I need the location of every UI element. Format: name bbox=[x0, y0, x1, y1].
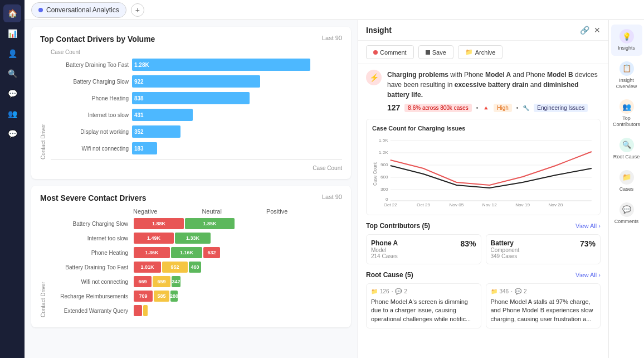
svg-text:Nov 12: Nov 12 bbox=[482, 202, 497, 207]
sbar-neg-3: 1.01K bbox=[134, 262, 161, 273]
view-all-root[interactable]: View All › bbox=[575, 272, 601, 278]
sidebar-home-icon[interactable]: 🏠 bbox=[3, 4, 21, 22]
severity-label-2: Phone Heating bbox=[51, 250, 131, 256]
tab-label: Conversational Analytics bbox=[46, 6, 119, 14]
bar-value-4: 352 bbox=[134, 129, 144, 135]
sbar-pos-5: 280 bbox=[170, 291, 178, 302]
chart-footer: Case Count bbox=[40, 165, 342, 171]
contributor-pct-1: 73% bbox=[580, 239, 596, 248]
positive-label: Positive bbox=[266, 208, 288, 215]
severity-bars-6 bbox=[134, 305, 148, 316]
bar-row-4: Display not working 352 bbox=[51, 125, 342, 138]
sbar-neg-5: 709 bbox=[134, 291, 153, 302]
comments-icon: 💬 bbox=[619, 202, 634, 217]
rs-top-contributors[interactable]: 👥 Top Contributors bbox=[611, 95, 642, 132]
view-all-contributors[interactable]: View All › bbox=[575, 222, 601, 229]
svg-text:Case Count: Case Count bbox=[373, 162, 378, 186]
sbar-pos-4: 342 bbox=[172, 276, 180, 287]
close-icon[interactable]: ✕ bbox=[594, 26, 601, 35]
severity-chart-area: Contact Driver Negative Neutral Positive… bbox=[40, 208, 342, 320]
sbar-neg-0: 1.88K bbox=[134, 218, 184, 229]
severity-bars-1: 1.49K1.33K bbox=[134, 233, 211, 244]
root-cause-grid: 📁 126 · 💬 2 Phone Model A's screen is di… bbox=[366, 283, 601, 328]
sbar-neu-5: 585 bbox=[154, 291, 169, 302]
severity-label-5: Recharge Reimbursements bbox=[51, 293, 131, 299]
conversational-analytics-tab[interactable]: Conversational Analytics bbox=[31, 2, 126, 18]
root-case-sep-1: · bbox=[511, 288, 513, 294]
archive-icon: 📁 bbox=[465, 49, 473, 56]
share-icon[interactable]: 🔗 bbox=[580, 26, 589, 35]
sidebar-search-icon[interactable]: 🔍 bbox=[3, 65, 21, 83]
add-tab-button[interactable]: + bbox=[131, 3, 144, 17]
main-area: Conversational Analytics + Top Contact D… bbox=[25, 0, 644, 358]
severity-chart-title: Most Severe Contact Drivers bbox=[40, 193, 147, 202]
root-case-count-1: 346 bbox=[500, 288, 509, 294]
root-comment-icon-0: 💬 bbox=[395, 288, 402, 294]
root-cause-card-1: 📁 346 · 💬 2 Phone Model A stalls at 97% … bbox=[486, 283, 601, 328]
sidebar-chat-icon[interactable]: 💬 bbox=[3, 85, 21, 103]
svg-text:1.5K: 1.5K bbox=[379, 138, 388, 143]
top-volume-chart-card: Top Contact Drivers by Volume Last 90 Co… bbox=[31, 27, 351, 179]
severity-row-2: Phone Heating 1.36K1.16K632 bbox=[51, 247, 342, 258]
svg-text:Nov 05: Nov 05 bbox=[449, 202, 464, 207]
insights-icon: 💡 bbox=[619, 29, 634, 43]
comment-button[interactable]: Comment bbox=[366, 45, 414, 59]
contributor-name-1: Battery 73% bbox=[491, 239, 596, 247]
top-bar-rows: Battery Draining Too Fast 1.28K Battery … bbox=[51, 59, 342, 154]
svg-text:Nov 19: Nov 19 bbox=[515, 202, 530, 207]
sidebar-msg-icon[interactable]: 💬 bbox=[3, 125, 21, 143]
svg-text:1.2K: 1.2K bbox=[379, 150, 388, 155]
y-axis-label: Contact Driver bbox=[40, 49, 46, 162]
bar-row-1: Battery Charging Slow 922 bbox=[51, 75, 342, 88]
sidebar-chart-icon[interactable]: 📊 bbox=[3, 25, 21, 42]
insight-alert: ⚡ Charging problems with Phone Model A a… bbox=[366, 70, 601, 112]
severity-label-3: Battery Draining Too Fast bbox=[51, 264, 131, 270]
view-all-root-label: View All bbox=[575, 272, 597, 278]
contributor-card-1: Battery 73% Component 349 Cases bbox=[486, 234, 601, 264]
sidebar-user-icon[interactable]: 👤 bbox=[3, 45, 21, 62]
alert-pct-badge: 8.6% across 800k cases bbox=[404, 104, 471, 112]
severity-chart-header: Most Severe Contact Drivers Last 90 bbox=[40, 193, 342, 202]
root-comment-count-0: 2 bbox=[404, 288, 407, 294]
rs-insights[interactable]: 💡 Insights bbox=[611, 25, 642, 56]
left-sidebar: 🏠 📊 👤 🔍 💬 👥 💬 bbox=[0, 0, 25, 358]
rs-cases[interactable]: 📁 Cases bbox=[611, 166, 642, 197]
contributors-title: Top Contributors (5) bbox=[366, 222, 430, 230]
comment-dot-icon bbox=[373, 50, 378, 55]
insight-header-icons: 🔗 ✕ bbox=[580, 26, 601, 35]
save-button[interactable]: Save bbox=[418, 45, 453, 59]
contributors-section: Top Contributors (5) View All › Phone A … bbox=[366, 222, 601, 264]
rs-root-cause[interactable]: 🔍 Root Cause bbox=[611, 133, 642, 165]
bar-value-5: 183 bbox=[134, 146, 144, 152]
bar-row-2: Phone Heating 838 bbox=[51, 92, 342, 104]
bar-label-5: Wifi not connecting bbox=[51, 146, 129, 152]
svg-text:Nov 28: Nov 28 bbox=[548, 202, 563, 207]
root-cause-text-1: Phone Model A stalls at 97% charge, and … bbox=[491, 298, 596, 323]
bar-fill-3: 431 bbox=[132, 109, 193, 121]
sbar-extra-2: 632 bbox=[203, 247, 220, 258]
root-comment-icon-1: 💬 bbox=[515, 288, 521, 294]
bar-fill-1: 922 bbox=[132, 75, 260, 88]
root-comment-count-1: 2 bbox=[524, 288, 527, 294]
sidebar-people-icon[interactable]: 👥 bbox=[3, 105, 21, 123]
severity-y-label: Contact Driver bbox=[40, 208, 46, 320]
chart-header: Top Contact Drivers by Volume Last 90 bbox=[40, 35, 342, 43]
rs-comments[interactable]: 💬 Comments bbox=[611, 198, 642, 229]
severity-bars-2: 1.36K1.16K632 bbox=[134, 247, 220, 258]
severity-bars-3: 1.01K952460 bbox=[134, 262, 201, 273]
bar-value-2: 838 bbox=[134, 95, 144, 101]
bar-track-4: 352 bbox=[132, 125, 342, 138]
severity-label-0: Battery Charging Slow bbox=[51, 221, 131, 227]
negative-label: Negative bbox=[133, 208, 157, 215]
insight-panel-title: Insight bbox=[366, 26, 392, 35]
top-chart-timeframe: Last 90 bbox=[322, 35, 342, 41]
bar-label-1: Battery Charging Slow bbox=[51, 79, 129, 85]
bar-row-0: Battery Draining Too Fast 1.28K bbox=[51, 59, 342, 71]
archive-button[interactable]: 📁 Archive bbox=[458, 45, 503, 59]
rs-insight-overview[interactable]: 📋 Insight Overview bbox=[611, 57, 642, 94]
line-chart-container: Case Count for Charging Issues 1.5K 1.2K… bbox=[366, 119, 601, 215]
sbar-pos-1: 1.33K bbox=[175, 233, 211, 244]
bar-chart-content: Case Count Battery Draining Too Fast 1.2… bbox=[51, 49, 342, 162]
root-case-sep-0: · bbox=[392, 288, 393, 294]
severity-bars-5: 709585280 bbox=[134, 291, 178, 302]
